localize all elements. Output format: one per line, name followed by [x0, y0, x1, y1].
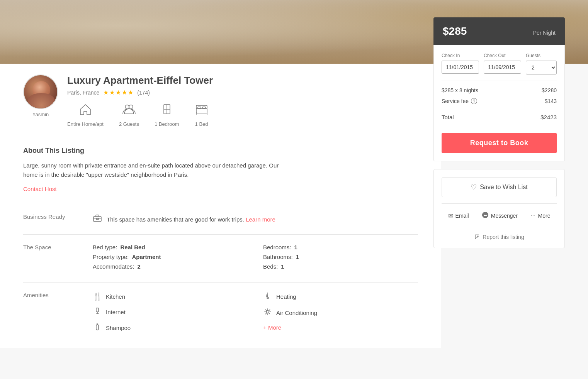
check-in-group: Check In [442, 53, 479, 74]
guests-icon [122, 102, 136, 118]
feature-home-type: Entire Home/apt [67, 102, 104, 127]
star-rating: ★ ★ ★ ★ ★ [103, 89, 133, 96]
more-button[interactable]: ··· More [527, 210, 553, 222]
space-col-2: Bedrooms: 1 Bathrooms: 1 Beds: 1 [263, 244, 418, 273]
about-description: Large, sunny room with private entrance … [23, 161, 286, 179]
svg-line-29 [269, 310, 270, 311]
feature-home-type-label: Entire Home/apt [67, 121, 104, 127]
feature-bed: 1 Bed [195, 102, 209, 127]
share-row: ✉ Email Messenger [442, 203, 557, 222]
email-icon: ✉ [448, 212, 453, 220]
amenities-label: Amenities [23, 292, 85, 298]
date-row: Check In Check Out Guests 2 1 [442, 53, 557, 74]
bed-icon [195, 102, 209, 118]
bed-type: Bed type: Real Bed [93, 244, 248, 250]
business-ready-text: This space has amenities that are good f… [107, 216, 275, 223]
svg-line-28 [269, 313, 270, 314]
svg-line-27 [265, 310, 267, 311]
svg-rect-6 [198, 107, 201, 108]
service-fee-help-icon[interactable]: ? [471, 98, 477, 104]
check-out-input[interactable] [484, 61, 521, 74]
briefcase-icon [93, 213, 102, 225]
bedrooms-count: Bedrooms: 1 [263, 244, 418, 250]
guests-group: Guests 2 1 [526, 53, 557, 74]
property-type: Property type: Apartment [93, 254, 248, 260]
email-button[interactable]: ✉ Email [445, 210, 472, 222]
feature-guests-label: 2 Guests [119, 121, 139, 127]
listing-header: Yasmin Luxury Apartment-Eiffel Tower Par… [0, 64, 441, 135]
svg-point-31 [482, 212, 488, 218]
request-to-book-button[interactable]: Request to Book [442, 133, 557, 153]
heating-icon [263, 292, 272, 301]
booking-widget: $285 Per Night Check In Check Out [433, 17, 565, 248]
report-listing-link[interactable]: Report this listing [442, 234, 557, 240]
cost-breakdown: $285 x 8 nights $2280 Service fee ? $143… [442, 81, 557, 120]
service-fee-label: Service fee ? [442, 98, 477, 104]
nights-label: $285 x 8 nights [442, 87, 478, 93]
nights-cost-row: $285 x 8 nights $2280 [442, 87, 557, 93]
feature-bedroom-label: 1 Bedroom [155, 121, 179, 127]
listing-location: Paris, France [67, 90, 99, 96]
learn-more-link[interactable]: Learn more [246, 216, 275, 223]
more-amenities-link[interactable]: + More [263, 324, 281, 331]
svg-point-18 [267, 297, 269, 299]
guests-label: Guests [526, 53, 557, 58]
amenities-details: 🍴 Kitchen [93, 292, 418, 339]
svg-point-0 [125, 105, 129, 109]
amenities-row: Amenities 🍴 Kitchen [23, 282, 418, 348]
price-header: $285 Per Night [433, 17, 565, 45]
guests-select[interactable]: 2 1 [526, 61, 557, 74]
svg-point-1 [129, 105, 133, 109]
review-count: (174) [137, 90, 150, 96]
amenity-shampoo: Shampoo [93, 323, 248, 333]
bathrooms-count: Bathrooms: 1 [263, 254, 418, 260]
internet-icon [93, 307, 102, 317]
more-amenities[interactable]: + More [263, 324, 418, 331]
feature-bedroom: 1 Bedroom [155, 102, 179, 127]
amenities-col-2: Heating [263, 292, 418, 339]
save-to-wish-list-button[interactable]: ♡ Save to Wish List [442, 177, 557, 197]
svg-rect-5 [196, 108, 207, 113]
amenity-kitchen: 🍴 Kitchen [93, 292, 248, 301]
home-icon [78, 102, 92, 118]
total-label: Total [442, 114, 454, 120]
more-icon: ··· [530, 212, 535, 219]
star-2: ★ [109, 89, 115, 96]
details-section: Business Ready This space has amenitie [0, 204, 441, 348]
messenger-icon [482, 211, 489, 220]
beds-count: Beds: 1 [263, 263, 418, 270]
check-in-label: Check In [442, 53, 479, 58]
listing-title: Luxury Apartment-Eiffel Tower [67, 74, 418, 86]
accommodates: Accommodates: 2 [93, 263, 248, 270]
check-out-group: Check Out [484, 53, 521, 74]
shampoo-icon [93, 323, 102, 333]
about-title: About This Listing [23, 147, 418, 155]
the-space-label: The Space [23, 244, 85, 250]
flag-icon [474, 234, 480, 240]
total-value: $2423 [540, 114, 557, 120]
listing-features: Entire Home/apt [67, 102, 418, 127]
svg-rect-7 [202, 107, 206, 108]
heart-icon: ♡ [471, 183, 477, 191]
amenity-air-conditioning: Air Conditioning [263, 308, 418, 318]
price-amount: $285 [443, 25, 467, 37]
report-section: Report this listing [442, 228, 557, 240]
feature-bed-label: 1 Bed [195, 121, 208, 127]
contact-host-link[interactable]: Contact Host [23, 186, 57, 192]
messenger-button[interactable]: Messenger [479, 210, 521, 222]
star-1: ★ [103, 89, 109, 96]
amenities-col-1: 🍴 Kitchen [93, 292, 248, 339]
space-col-1: Bed type: Real Bed Property type: Apartm… [93, 244, 248, 273]
check-in-input[interactable] [442, 61, 479, 74]
amenity-internet: Internet [93, 307, 248, 317]
right-panel: $285 Per Night Check In Check Out [433, 64, 565, 348]
total-row: Total $2423 [442, 109, 557, 120]
amenity-heating: Heating [263, 292, 418, 301]
host-name: Yasmin [32, 112, 49, 117]
check-out-label: Check Out [484, 53, 521, 58]
kitchen-icon: 🍴 [93, 292, 102, 301]
price-per-night: Per Night [533, 30, 556, 36]
space-details: Bed type: Real Bed Property type: Apartm… [93, 244, 418, 273]
nights-value: $2280 [542, 87, 557, 93]
bedroom-icon [160, 102, 174, 118]
